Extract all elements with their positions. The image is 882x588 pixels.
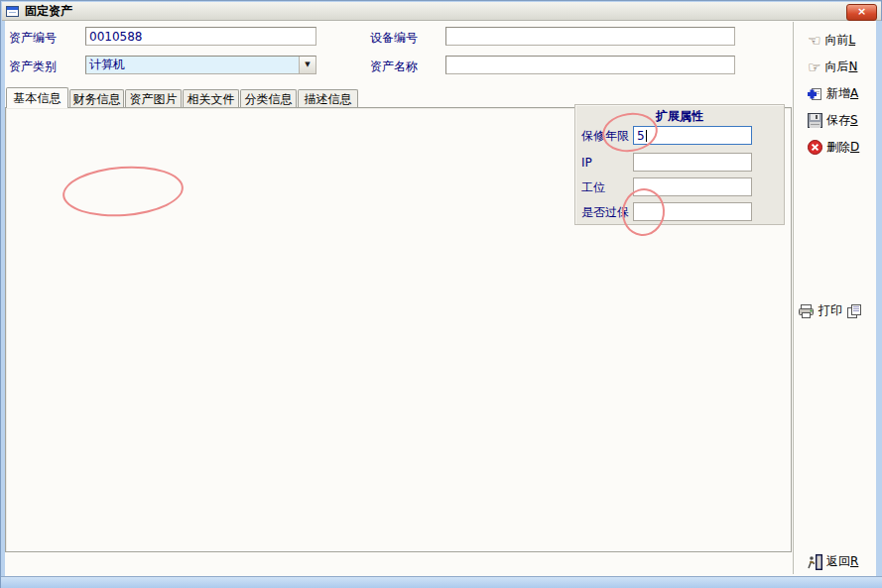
workstation-label: 工位 [581,180,605,195]
device-no-input[interactable] [445,27,735,46]
save-button[interactable]: 保存S [808,111,882,130]
right-border [876,21,882,576]
tab-description-info[interactable]: 描述信息 [298,89,358,108]
save-button-label: 保存S [826,112,858,129]
prev-button[interactable]: ☜ 向前L [808,31,882,50]
ip-label: IP [581,156,592,171]
title-bar: 固定资产 [2,2,881,21]
print-button[interactable]: 打印 [798,301,881,320]
tab-basic-info[interactable]: 基本信息 [6,87,68,108]
asset-class-combo[interactable]: 计算机 ▼ [85,56,316,74]
chevron-down-icon: ▼ [305,61,310,68]
save-icon [808,113,822,128]
window: 固定资产 × 资产编号 设备编号 资产类别 计算机 ▼ 资产名称 基本信息 财务… [0,0,882,588]
window-icon [6,5,20,18]
print-preview-icon[interactable] [846,303,862,319]
add-button-label: 新增A [826,85,858,102]
delete-button[interactable]: 删除D [808,138,882,157]
window-bottom-border [1,576,882,588]
printer-icon [798,303,815,319]
window-title: 固定资产 [25,3,72,20]
out-of-warranty-label: 是否过保 [581,205,629,220]
workstation-input[interactable] [633,177,752,196]
tab-asset-photo[interactable]: 资产图片 [125,89,182,108]
tab-related-files[interactable]: 相关文件 [183,89,239,108]
asset-class-label: 资产类别 [9,59,57,74]
add-icon [808,86,822,101]
delete-icon [808,140,822,155]
extended-attributes-panel: 扩展属性 保修年限 5 IP 工位 是否过保 [574,104,785,225]
hand-right-icon: ☞ [808,60,820,74]
ip-input[interactable] [633,153,752,172]
asset-no-label: 资产编号 [9,31,57,46]
prev-button-label: 向前L [824,32,855,49]
exit-door-icon [808,554,822,570]
asset-name-label: 资产名称 [370,59,418,74]
out-of-warranty-input[interactable] [633,202,752,221]
asset-class-dropdown-button[interactable]: ▼ [299,57,315,73]
warranty-years-value: 5 [637,129,645,143]
add-button[interactable]: 新增A [808,84,882,103]
tab-finance-info[interactable]: 财务信息 [69,89,124,108]
next-button-label: 向后N [824,59,857,75]
back-button-label: 返回R [826,553,858,570]
device-no-label: 设备编号 [370,31,418,46]
asset-no-input[interactable] [85,27,316,46]
asset-class-value: 计算机 [86,57,299,73]
back-button[interactable]: 返回R [808,552,882,571]
text-caret [646,130,647,142]
warranty-years-label: 保修年限 [581,129,629,144]
delete-button-label: 删除D [826,139,859,156]
hand-left-icon: ☜ [808,34,820,48]
extended-attributes-title: 扩展属性 [575,108,784,125]
close-icon[interactable]: × [846,4,877,21]
print-button-label: 打印 [819,302,842,319]
asset-name-input[interactable] [445,56,735,74]
next-button[interactable]: ☞ 向后N [808,58,882,76]
toolbar-separator [793,22,794,574]
tab-category-info[interactable]: 分类信息 [240,89,297,108]
warranty-years-input[interactable]: 5 [633,126,752,145]
